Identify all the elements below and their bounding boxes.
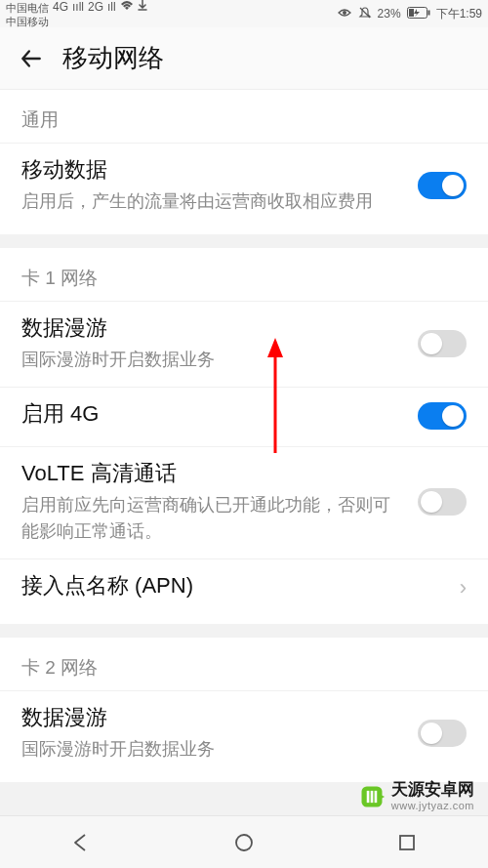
nav-home-icon — [233, 832, 255, 853]
row-subtitle: 国际漫游时开启数据业务 — [21, 736, 404, 763]
watermark-url: www.jytyaz.com — [391, 800, 474, 811]
clock: 下午1:59 — [436, 6, 482, 22]
status-bar: 中国电信 4G ııll 2G ıll 中国移动 23% 下午1:59 — [0, 0, 488, 27]
svg-rect-10 — [374, 791, 377, 803]
signal-bars-icon: ııll — [72, 1, 84, 14]
status-carriers: 中国电信 4G ııll 2G ıll 中国移动 — [6, 0, 147, 26]
battery-icon — [407, 7, 430, 21]
row-title: 数据漫游 — [21, 313, 404, 343]
svg-marker-11 — [380, 794, 385, 799]
page-title: 移动网络 — [62, 41, 164, 75]
carrier-1: 中国电信 — [6, 2, 49, 14]
row-subtitle: 国际漫游时开启数据业务 — [21, 347, 404, 373]
watermark: 天源安卓网 www.jytyaz.com — [358, 781, 474, 811]
watermark-title: 天源安卓网 — [391, 781, 474, 800]
row-subtitle: 启用后，产生的流量将由运营商收取相应费用 — [21, 188, 404, 215]
eye-comfort-icon — [337, 7, 352, 21]
svg-rect-4 — [409, 9, 414, 17]
row-mobile-data[interactable]: 移动数据 启用后，产生的流量将由运营商收取相应费用 — [0, 143, 488, 228]
row-subtitle: 启用前应先向运营商确认已开通此功能，否则可能影响正常通话。 — [21, 492, 404, 545]
arrow-left-icon — [19, 46, 44, 71]
back-button[interactable] — [16, 43, 47, 74]
toggle-mobile-data[interactable] — [418, 172, 467, 199]
svg-point-12 — [236, 835, 252, 850]
silent-icon — [358, 6, 372, 22]
toggle-enable-4g[interactable] — [418, 402, 467, 430]
carrier-2: 中国移动 — [6, 16, 49, 27]
section-header-general: 通用 — [0, 90, 488, 143]
svg-point-0 — [343, 11, 346, 15]
chevron-right-icon: › — [460, 575, 467, 600]
row-title: VoLTE 高清通话 — [21, 459, 404, 488]
nav-recent-icon — [397, 833, 417, 852]
svg-rect-13 — [400, 836, 414, 849]
toggle-roaming-sim2[interactable] — [418, 720, 467, 747]
page-header: 移动网络 — [0, 27, 488, 90]
nav-home-button[interactable] — [215, 823, 273, 862]
status-right: 23% 下午1:59 — [337, 6, 482, 22]
toggle-roaming-sim1[interactable] — [418, 330, 467, 357]
row-title: 移动数据 — [21, 155, 404, 185]
row-roaming-sim2[interactable]: 数据漫游 国际漫游时开启数据业务 — [0, 690, 488, 776]
section-sim2: 卡 2 网络 数据漫游 国际漫游时开启数据业务 — [0, 638, 488, 782]
row-title: 数据漫游 — [21, 703, 404, 732]
row-enable-4g[interactable]: 启用 4G — [0, 387, 488, 446]
section-sim1: 卡 1 网络 数据漫游 国际漫游时开启数据业务 启用 4G VoLTE 高清通话… — [0, 248, 488, 624]
nav-bar — [0, 815, 488, 868]
signal-2g-label: 2G — [88, 1, 103, 14]
row-roaming-sim1[interactable]: 数据漫游 国际漫游时开启数据业务 — [0, 301, 488, 387]
signal-bars-icon: ıll — [107, 1, 116, 14]
download-icon — [138, 0, 147, 15]
nav-back-button[interactable] — [52, 823, 110, 862]
toggle-volte[interactable] — [418, 488, 467, 516]
svg-rect-3 — [427, 10, 429, 15]
nav-back-icon — [71, 833, 91, 852]
section-header-sim1: 卡 1 网络 — [0, 248, 488, 301]
row-title: 接入点名称 (APN) — [21, 571, 446, 600]
signal-4g-label: 4G — [53, 1, 68, 14]
row-volte[interactable]: VoLTE 高清通话 启用前应先向运营商确认已开通此功能，否则可能影响正常通话。 — [0, 446, 488, 558]
svg-rect-8 — [367, 791, 370, 803]
svg-rect-7 — [361, 786, 382, 806]
watermark-icon — [358, 783, 386, 810]
row-title: 启用 4G — [21, 399, 404, 429]
nav-recent-button[interactable] — [378, 823, 436, 862]
row-apn[interactable]: 接入点名称 (APN) › — [0, 558, 488, 618]
wifi-icon — [120, 1, 134, 14]
svg-rect-9 — [370, 791, 373, 803]
section-header-sim2: 卡 2 网络 — [0, 638, 488, 690]
section-general: 通用 移动数据 启用后，产生的流量将由运营商收取相应费用 — [0, 90, 488, 234]
battery-percent: 23% — [378, 7, 401, 21]
